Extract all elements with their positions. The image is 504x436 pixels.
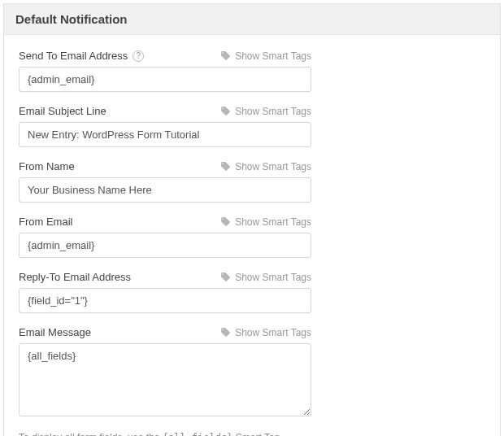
field-label-wrap: Reply-To Email Address	[19, 271, 131, 283]
smart-tags-label: Show Smart Tags	[235, 272, 311, 283]
from-name-input[interactable]	[19, 177, 311, 203]
smart-tags-label: Show Smart Tags	[235, 106, 311, 117]
field-reply-to: Reply-To Email Address Show Smart Tags	[19, 271, 485, 313]
panel-header: Default Notification	[4, 4, 500, 35]
hint-text: To display all form fields, use the {all…	[19, 432, 485, 436]
smart-tags-label: Show Smart Tags	[235, 161, 311, 172]
smart-tags-label: Show Smart Tags	[235, 50, 311, 62]
field-head: Email Subject Line Show Smart Tags	[19, 105, 311, 117]
label-from-name: From Name	[19, 160, 75, 172]
field-label-wrap: Email Subject Line	[19, 105, 106, 117]
label-from-email: From Email	[19, 216, 72, 228]
field-subject: Email Subject Line Show Smart Tags	[19, 105, 485, 147]
field-from-name: From Name Show Smart Tags	[19, 160, 485, 203]
field-label-wrap: From Name	[19, 160, 75, 172]
show-smart-tags-button[interactable]: Show Smart Tags	[220, 161, 311, 172]
tag-icon	[220, 106, 231, 116]
smart-tags-label: Show Smart Tags	[235, 216, 311, 228]
show-smart-tags-button[interactable]: Show Smart Tags	[220, 216, 311, 228]
field-label-wrap: Send To Email Address ?	[19, 50, 144, 62]
field-head: From Name Show Smart Tags	[19, 160, 311, 172]
notification-panel: Default Notification Send To Email Addre…	[3, 3, 501, 436]
hint-code: {all_fields}	[163, 432, 233, 436]
label-subject: Email Subject Line	[19, 105, 106, 117]
tag-icon	[220, 272, 231, 282]
message-textarea[interactable]	[19, 343, 311, 416]
show-smart-tags-button[interactable]: Show Smart Tags	[220, 50, 311, 62]
show-smart-tags-button[interactable]: Show Smart Tags	[220, 272, 311, 283]
field-label-wrap: From Email	[19, 216, 72, 228]
label-send-to: Send To Email Address	[19, 50, 128, 62]
hint-suffix: Smart Tag.	[232, 432, 282, 436]
field-head: Reply-To Email Address Show Smart Tags	[19, 271, 311, 283]
show-smart-tags-button[interactable]: Show Smart Tags	[220, 327, 311, 338]
panel-body: Send To Email Address ? Show Smart Tags …	[4, 35, 500, 436]
help-icon[interactable]: ?	[133, 50, 144, 62]
field-from-email: From Email Show Smart Tags	[19, 216, 485, 258]
tag-icon	[220, 50, 231, 61]
hint-prefix: To display all form fields, use the	[19, 432, 163, 436]
tag-icon	[220, 216, 231, 227]
field-message: Email Message Show Smart Tags	[19, 326, 485, 419]
from-email-input[interactable]	[19, 233, 311, 258]
label-message: Email Message	[19, 326, 91, 338]
field-head: Email Message Show Smart Tags	[19, 326, 311, 338]
send-to-input[interactable]	[19, 67, 311, 92]
field-send-to: Send To Email Address ? Show Smart Tags	[19, 50, 485, 92]
subject-input[interactable]	[19, 122, 311, 147]
label-reply-to: Reply-To Email Address	[19, 271, 131, 283]
field-label-wrap: Email Message	[19, 326, 91, 338]
panel-title: Default Notification	[15, 12, 489, 26]
field-head: Send To Email Address ? Show Smart Tags	[19, 50, 311, 62]
show-smart-tags-button[interactable]: Show Smart Tags	[220, 106, 311, 117]
reply-to-input[interactable]	[19, 288, 311, 313]
field-head: From Email Show Smart Tags	[19, 216, 311, 228]
tag-icon	[220, 327, 231, 338]
tag-icon	[220, 161, 231, 172]
smart-tags-label: Show Smart Tags	[235, 327, 311, 338]
